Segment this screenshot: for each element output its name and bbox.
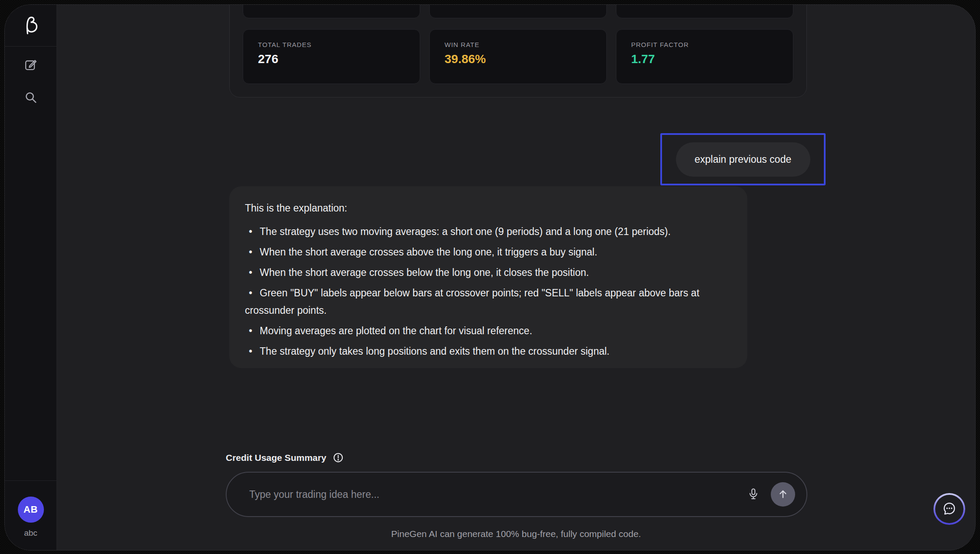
stat-card: TOTAL TRADES 276 xyxy=(243,29,420,84)
user-message-highlight-box: explain previous code xyxy=(660,133,826,185)
ai-bullet-item: •When the short average crosses below th… xyxy=(245,264,729,281)
chat-fab-button[interactable] xyxy=(933,493,965,525)
bullet-dot: • xyxy=(249,342,252,360)
new-chat-button[interactable] xyxy=(5,53,57,77)
ai-message-intro: This is the explanation: xyxy=(245,199,729,217)
stats-panel: TOTAL TRADES 276 WIN RATE 39.86% PROFIT … xyxy=(229,4,807,97)
ai-bullet-list: •The strategy uses two moving averages: … xyxy=(245,223,729,360)
stats-row: TOTAL TRADES 276 WIN RATE 39.86% PROFIT … xyxy=(243,29,793,84)
search-icon xyxy=(24,91,37,105)
edit-icon xyxy=(24,58,37,73)
credit-usage-row: Credit Usage Summary xyxy=(226,452,344,463)
stats-row-partial xyxy=(243,4,793,18)
stat-label: TOTAL TRADES xyxy=(258,41,420,48)
bullet-dot: • xyxy=(249,243,252,261)
pinegen-logo-icon xyxy=(21,15,41,37)
arrow-up-icon xyxy=(777,488,789,501)
microphone-icon xyxy=(747,495,760,502)
search-button[interactable] xyxy=(5,86,57,110)
stat-card-partial xyxy=(243,4,420,18)
ai-bullet-item: •Green "BUY" labels appear below bars at… xyxy=(245,284,729,319)
bullet-dot: • xyxy=(249,264,252,281)
stat-value: 276 xyxy=(258,52,420,66)
credit-usage-label: Credit Usage Summary xyxy=(226,453,326,463)
stat-label: WIN RATE xyxy=(445,41,606,48)
sidebar-account-section: AB abc xyxy=(5,480,57,550)
footer-disclaimer: PineGen AI can generate 100% bug-free, f… xyxy=(57,529,975,539)
stat-card: PROFIT FACTOR 1.77 xyxy=(616,29,793,84)
avatar[interactable]: AB xyxy=(18,497,44,523)
stat-card-partial xyxy=(616,4,793,18)
stat-value: 39.86% xyxy=(445,52,606,66)
logo-container[interactable] xyxy=(5,5,57,47)
stat-value: 1.77 xyxy=(631,52,793,66)
bullet-dot: • xyxy=(249,223,252,240)
stat-card-partial xyxy=(429,4,607,18)
user-message-bubble: explain previous code xyxy=(676,142,810,177)
chat-bubble-icon xyxy=(935,495,963,523)
info-icon[interactable] xyxy=(333,452,344,463)
microphone-button[interactable] xyxy=(746,487,761,502)
bullet-dot: • xyxy=(249,322,252,339)
stat-card: WIN RATE 39.86% xyxy=(429,29,607,84)
avatar-label: abc xyxy=(5,528,57,538)
prompt-input-container xyxy=(226,472,807,517)
screen: AB abc TOTAL TRADES xyxy=(0,0,980,554)
ai-bullet-item: •The strategy only takes long positions … xyxy=(245,342,729,360)
sidebar: AB abc xyxy=(5,5,57,550)
prompt-input[interactable] xyxy=(249,473,741,516)
bullet-dot: • xyxy=(249,284,252,302)
app-window: AB abc TOTAL TRADES xyxy=(4,4,976,551)
send-button[interactable] xyxy=(771,482,795,507)
ai-bullet-item: •When the short average crosses above th… xyxy=(245,243,729,261)
ai-bullet-item: •Moving averages are plotted on the char… xyxy=(245,322,729,339)
ai-bullet-item: •The strategy uses two moving averages: … xyxy=(245,223,729,240)
ai-message-bubble: This is the explanation: •The strategy u… xyxy=(229,186,747,368)
stat-label: PROFIT FACTOR xyxy=(631,41,793,48)
